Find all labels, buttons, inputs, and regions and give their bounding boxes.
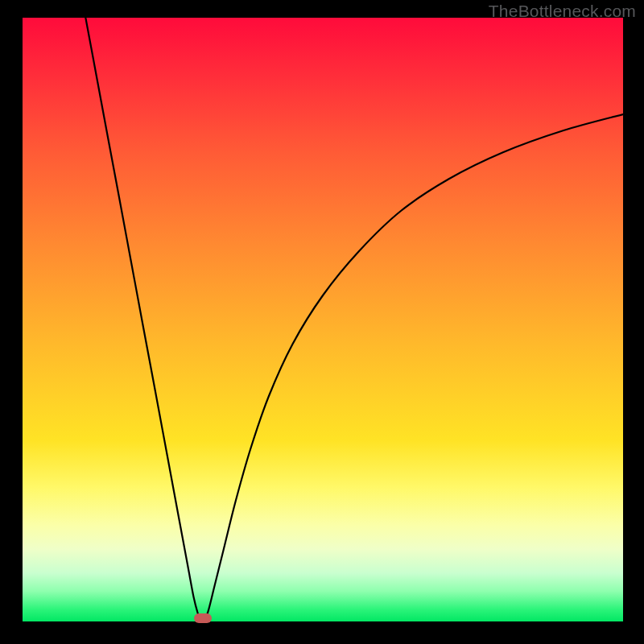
- plot-area: [23, 18, 623, 621]
- curve-svg: [23, 18, 623, 621]
- curve-left-branch: [85, 18, 200, 620]
- chart-frame: TheBottleneck.com: [0, 0, 644, 644]
- min-marker: [194, 613, 212, 623]
- curve-right-branch: [205, 114, 623, 620]
